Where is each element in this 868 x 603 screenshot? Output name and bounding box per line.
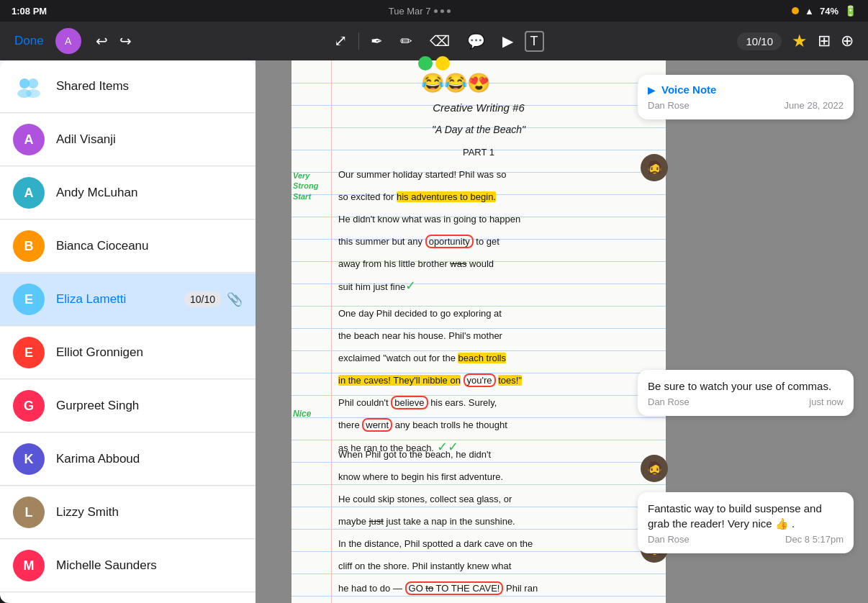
dot3 bbox=[447, 9, 451, 13]
eliza-score: 10/10 bbox=[184, 291, 221, 307]
top-bar-center: Tue Mar 7 bbox=[389, 6, 451, 17]
yellow-color-dot[interactable] bbox=[435, 56, 450, 71]
sidebar-item-bianca[interactable]: B Bianca Cioceanu bbox=[0, 220, 256, 273]
sidebar-item-lizzy[interactable]: L Lizzy Smith bbox=[0, 486, 256, 539]
andy-avatar: A bbox=[13, 177, 45, 209]
doc-subtitle: "A Day at the Beach" bbox=[291, 119, 666, 141]
expand-tool[interactable]: ⤢ bbox=[328, 29, 353, 53]
gurpreet-name: Gurpreet Singh bbox=[56, 399, 139, 413]
sidebar-item-andy[interactable]: A Andy McLuhan bbox=[0, 167, 256, 219]
sidebar-item-elliot[interactable]: E Elliot Gronnigen bbox=[0, 327, 256, 379]
michelle-name: Michelle Saunders bbox=[56, 558, 157, 573]
fantastic-comment-body: Fantastic way to build suspense and grab… bbox=[648, 501, 844, 531]
divider1 bbox=[358, 32, 359, 50]
fantastic-comment-meta: Dan Rose Dec 8 5:17pm bbox=[648, 534, 844, 545]
fantastic-comment-author: Dan Rose bbox=[648, 534, 690, 545]
voice-note-header: ▶ Voice Note bbox=[648, 83, 844, 96]
sidebar-item-michelle[interactable]: M Michelle Saunders bbox=[0, 540, 256, 592]
share-icon[interactable]: ⊕ bbox=[841, 32, 854, 50]
play-tool[interactable]: ▶ bbox=[497, 30, 519, 53]
eraser-tool[interactable]: ⌫ bbox=[424, 30, 456, 53]
sidebar-item-shared[interactable]: Shared Items bbox=[0, 60, 256, 113]
sidebar-item-gurpreet[interactable]: G Gurpreet Singh bbox=[0, 380, 256, 432]
svg-point-1 bbox=[28, 78, 38, 89]
toolbar: Done A ↩ ↪ ⤢ ✒ ✏ ⌫ 💬 ▶ T 10/10 ★ ⊞ ⊕ bbox=[0, 22, 868, 60]
sidebar-item-peter[interactable]: P Peter Wong bbox=[0, 593, 256, 603]
doc-title: Creative Writing #6 bbox=[291, 96, 666, 119]
adil-name: Adil Visanji bbox=[56, 132, 116, 147]
voice-note-bubble[interactable]: ▶ Voice Note Dan Rose June 28, 2022 bbox=[638, 75, 854, 119]
elliot-avatar: E bbox=[13, 337, 45, 368]
dot2 bbox=[440, 9, 444, 13]
elliot-name: Elliot Gronnigen bbox=[56, 345, 143, 360]
svg-point-0 bbox=[19, 78, 30, 89]
michelle-avatar: M bbox=[13, 550, 45, 581]
fantastic-comment-date: Dec 8 5:17pm bbox=[785, 534, 844, 545]
top-bar-right: ▲ 74% 🔋 bbox=[792, 5, 856, 17]
time-display: 1:08 PM bbox=[12, 6, 47, 17]
document-area: 😂😂😍 Creative Writing #6 "A Day at the Be… bbox=[256, 60, 868, 603]
layers-icon[interactable]: ⊞ bbox=[818, 32, 831, 50]
color-dots bbox=[418, 56, 450, 71]
gurpreet-avatar: G bbox=[13, 390, 45, 422]
eliza-name: Eliza Lametti bbox=[56, 292, 126, 307]
text-tool[interactable]: T bbox=[525, 31, 544, 52]
signal-dot bbox=[792, 7, 799, 14]
user-avatar[interactable]: A bbox=[55, 28, 81, 54]
toolbar-center: ⤢ ✒ ✏ ⌫ 💬 ▶ T bbox=[328, 29, 544, 53]
date-display: Tue Mar 7 bbox=[389, 6, 431, 17]
voice-note-meta: Dan Rose June 28, 2022 bbox=[648, 100, 844, 111]
comment-tool[interactable]: 💬 bbox=[461, 30, 491, 53]
shared-items-icon bbox=[13, 71, 45, 102]
sidebar-item-adil[interactable]: A Adil Visanji bbox=[0, 114, 256, 166]
emoji-row: 😂😂😍 bbox=[421, 72, 490, 94]
eliza-meta: 10/10 📎 bbox=[184, 291, 243, 307]
pen-tool[interactable]: ✒ bbox=[365, 30, 389, 53]
voice-note-title: Voice Note bbox=[661, 83, 716, 96]
annotation-very-strong-start: VeryStrongStart bbox=[293, 171, 329, 201]
bianca-avatar: B bbox=[13, 230, 45, 262]
andy-name: Andy McLuhan bbox=[56, 186, 137, 200]
bianca-name: Bianca Cioceanu bbox=[56, 239, 149, 253]
play-icon: ▶ bbox=[648, 84, 656, 96]
star-icon[interactable]: ★ bbox=[792, 31, 808, 51]
eliza-avatar: E bbox=[13, 284, 45, 315]
voice-note-author: Dan Rose bbox=[648, 100, 690, 111]
toolbar-left: Done A ↩ ↪ bbox=[14, 28, 135, 54]
undo-button[interactable]: ↩ bbox=[93, 30, 111, 53]
doc-body-p3: When Phil got to the beach, he didn't kn… bbox=[338, 443, 648, 532]
svg-point-3 bbox=[26, 89, 40, 98]
battery-icon: 🔋 bbox=[844, 5, 856, 17]
sidebar-item-eliza[interactable]: E Eliza Lametti 10/10 📎 bbox=[0, 273, 256, 326]
undo-redo-group: ↩ ↪ bbox=[93, 30, 135, 53]
top-bar: 1:08 PM Tue Mar 7 ▲ 74% 🔋 bbox=[0, 0, 868, 22]
sidebar-item-karima[interactable]: K Karima Abboud bbox=[0, 433, 256, 486]
commas-comment-body: Be sure to watch your use of commas. bbox=[648, 378, 844, 394]
main-content: Shared Items A Adil Visanji A Andy McLuh… bbox=[0, 60, 868, 603]
redo-button[interactable]: ↪ bbox=[117, 30, 135, 53]
score-badge: 10/10 bbox=[737, 32, 782, 50]
wifi-icon: ▲ bbox=[805, 6, 814, 17]
pencil-tool[interactable]: ✏ bbox=[394, 30, 418, 53]
doc-body-p2: One day Phil decided to go exploring at … bbox=[338, 302, 648, 459]
voice-note-date: June 28, 2022 bbox=[785, 100, 844, 111]
attachment-icon: 📎 bbox=[227, 291, 243, 307]
notebook-paper: 😂😂😍 Creative Writing #6 "A Day at the Be… bbox=[291, 60, 666, 603]
commas-comment-author: Dan Rose bbox=[648, 396, 690, 407]
toolbar-right: 10/10 ★ ⊞ ⊕ bbox=[737, 31, 854, 51]
commas-comment-bubble[interactable]: Be sure to watch your use of commas. Dan… bbox=[638, 370, 854, 416]
sidebar: Shared Items A Adil Visanji A Andy McLuh… bbox=[0, 60, 256, 603]
karima-avatar: K bbox=[13, 443, 45, 475]
green-color-dot[interactable] bbox=[418, 56, 433, 71]
karima-name: Karima Abboud bbox=[56, 452, 140, 466]
fantastic-comment-bubble[interactable]: Fantastic way to build suspense and grab… bbox=[638, 492, 854, 553]
done-button[interactable]: Done bbox=[14, 34, 44, 48]
commas-comment-meta: Dan Rose just now bbox=[648, 396, 844, 407]
doc-part: PART 1 bbox=[291, 141, 666, 163]
doc-body-p1: Our summer holiday started! Phil was so … bbox=[338, 163, 648, 298]
annotation-nice: Nice bbox=[293, 403, 311, 425]
commas-comment-date: just now bbox=[809, 396, 844, 407]
dot1 bbox=[434, 9, 438, 13]
battery-percent: 74% bbox=[820, 6, 838, 17]
lizzy-avatar: L bbox=[13, 497, 45, 528]
